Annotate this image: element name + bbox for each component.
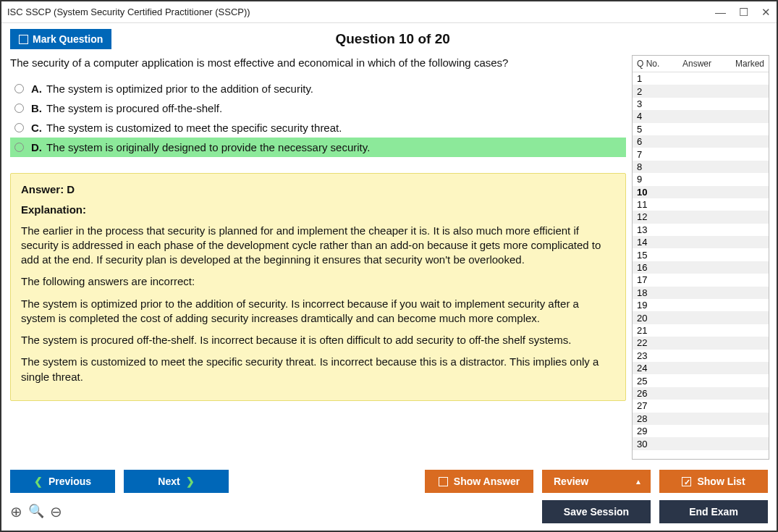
checkbox-checked-icon	[682, 477, 691, 486]
question-row[interactable]: 1	[633, 72, 769, 85]
question-row[interactable]: 16	[633, 261, 769, 274]
question-row[interactable]: 5	[633, 123, 769, 135]
question-row[interactable]: 29	[633, 425, 769, 437]
next-button[interactable]: Next ❯	[124, 470, 229, 493]
dropdown-arrow-icon: ▲	[635, 478, 642, 486]
question-row[interactable]: 27	[633, 400, 769, 412]
radio-icon	[14, 84, 24, 93]
mark-label: Mark Question	[33, 33, 103, 45]
show-list-button[interactable]: Show List	[659, 470, 768, 493]
question-row[interactable]: 11	[633, 198, 769, 211]
question-row[interactable]: 25	[633, 374, 769, 387]
question-row[interactable]: 22	[633, 337, 769, 349]
question-row[interactable]: 30	[633, 437, 769, 449]
chevron-left-icon: ❮	[34, 476, 43, 487]
qlist-header-marked: Marked	[728, 59, 764, 69]
question-row[interactable]: 20	[633, 311, 769, 324]
save-session-button[interactable]: Save Session	[542, 500, 651, 523]
explanation-box: Answer: D Explanation: The earlier in th…	[10, 173, 626, 401]
option-d[interactable]: D. The system is originally designed to …	[10, 138, 626, 157]
radio-icon	[14, 123, 24, 132]
previous-button[interactable]: ❮ Previous	[10, 470, 115, 493]
option-b-text: The system is procured off-the-shelf.	[46, 102, 222, 114]
question-row[interactable]: 10	[633, 186, 769, 198]
titlebar: ISC SSCP (System Security Certified Prac…	[1, 1, 777, 23]
explanation-p1: The earlier in the process that security…	[21, 224, 615, 268]
window-title: ISC SSCP (System Security Certified Prac…	[7, 7, 715, 17]
explanation-label: Explanation:	[21, 203, 615, 217]
question-row[interactable]: 28	[633, 413, 769, 425]
question-row[interactable]: 9	[633, 173, 769, 185]
zoom-in-icon[interactable]: 🔍	[28, 503, 44, 520]
qlist-header-answer: Answer	[666, 59, 728, 69]
checkbox-icon	[19, 35, 28, 44]
explanation-p2: The following answers are incorrect:	[21, 274, 615, 289]
question-row[interactable]: 19	[633, 299, 769, 311]
radio-icon	[14, 104, 24, 113]
checkbox-icon	[439, 477, 448, 486]
option-a-text: The system is optimized prior to the add…	[46, 83, 313, 95]
minimize-button[interactable]: —	[715, 6, 726, 19]
close-button[interactable]: ✕	[761, 6, 771, 19]
zoom-out-icon[interactable]: ⊖	[50, 503, 62, 520]
qlist-header-no: Q No.	[637, 59, 666, 69]
question-row[interactable]: 13	[633, 224, 769, 236]
question-row[interactable]: 23	[633, 350, 769, 362]
explanation-p3: The system is optimized prior to the add…	[21, 297, 615, 326]
question-list[interactable]: 1234567891011121314151617181920212223242…	[633, 72, 769, 459]
question-row[interactable]: 7	[633, 148, 769, 160]
question-row[interactable]: 18	[633, 287, 769, 299]
option-a[interactable]: A. The system is optimized prior to the …	[10, 79, 626, 98]
question-row[interactable]: 26	[633, 387, 769, 400]
review-button[interactable]: Review ▲	[542, 470, 651, 493]
answer-label: Answer: D	[21, 182, 615, 197]
question-row[interactable]: 3	[633, 98, 769, 110]
question-row[interactable]: 24	[633, 362, 769, 374]
chevron-right-icon: ❯	[186, 476, 195, 487]
question-row[interactable]: 2	[633, 85, 769, 97]
radio-icon	[14, 143, 24, 152]
end-exam-button[interactable]: End Exam	[659, 500, 768, 523]
mark-question-button[interactable]: Mark Question	[10, 29, 111, 49]
question-list-panel: Q No. Answer Marked 12345678910111213141…	[632, 55, 769, 460]
question-row[interactable]: 4	[633, 110, 769, 122]
option-c-text: The system is customized to meet the spe…	[46, 122, 342, 134]
zoom-reset-icon[interactable]: ⊕	[10, 503, 22, 520]
question-row[interactable]: 8	[633, 161, 769, 173]
question-row[interactable]: 6	[633, 135, 769, 148]
option-b[interactable]: B. The system is procured off-the-shelf.	[10, 98, 626, 118]
question-prompt: The security of a computer application i…	[10, 56, 626, 69]
question-row[interactable]: 17	[633, 274, 769, 286]
question-row[interactable]: 15	[633, 248, 769, 261]
option-c[interactable]: C. The system is customized to meet the …	[10, 118, 626, 138]
explanation-p4: The system is procured off-the-shelf. Is…	[21, 333, 615, 347]
question-row[interactable]: 14	[633, 236, 769, 248]
explanation-p5: The system is customized to meet the spe…	[21, 355, 615, 384]
question-row[interactable]: 21	[633, 324, 769, 337]
maximize-button[interactable]: ☐	[739, 6, 748, 19]
question-counter: Question 10 of 20	[111, 31, 674, 47]
option-d-text: The system is originally designed to pro…	[46, 141, 370, 153]
show-answer-button[interactable]: Show Answer	[425, 470, 533, 493]
question-row[interactable]: 12	[633, 211, 769, 223]
